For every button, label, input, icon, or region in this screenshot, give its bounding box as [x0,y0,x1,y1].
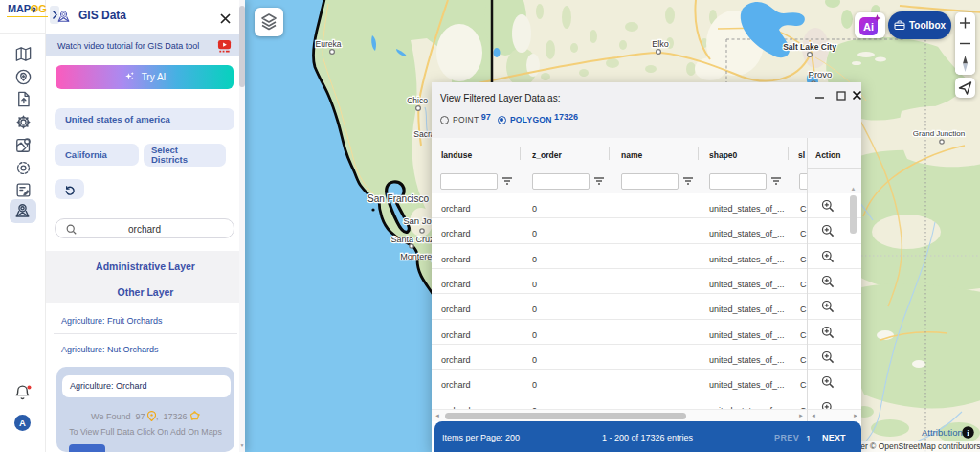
svg-text:San Francisco: San Francisco [368,193,429,204]
svg-text:Elko: Elko [652,39,669,49]
svg-text:Provo: Provo [809,69,833,79]
svg-text:Grand Junction: Grand Junction [913,129,965,138]
svg-text:Santa Cruz: Santa Cruz [390,235,434,244]
svg-text:Eureka: Eureka [316,39,342,49]
svg-text:Ai: Ai [863,21,874,33]
svg-text:Chico: Chico [407,96,428,105]
svg-text:Salt Lake City: Salt Lake City [783,42,836,52]
